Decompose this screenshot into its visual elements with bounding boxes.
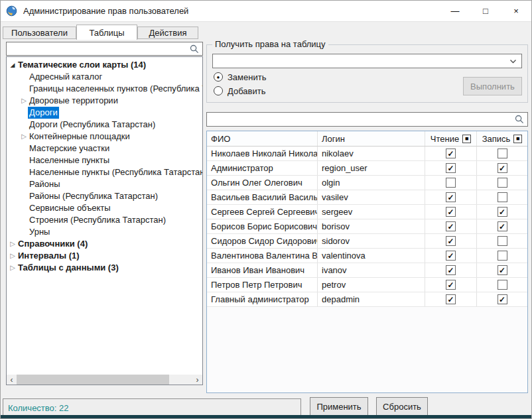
write-checkbox[interactable] — [498, 280, 507, 290]
tree-item[interactable]: ▷Интервалы (1) — [7, 250, 202, 262]
read-checkbox[interactable] — [446, 178, 456, 188]
select-all-read-checkbox[interactable]: ■ — [462, 135, 471, 143]
minimize-button[interactable]: — — [440, 1, 470, 21]
radio-add-label: Добавить — [228, 86, 265, 96]
column-header-write[interactable]: Запись■ — [477, 131, 527, 146]
table-row[interactable]: Администраторregion_user✓✓ — [207, 161, 527, 176]
tree-item[interactable]: Урны — [7, 226, 202, 238]
table-row[interactable]: Васильев Василий Васильевиvasilev✓ — [207, 190, 527, 205]
scroll-left-icon[interactable]: ‹ — [7, 375, 17, 385]
login-cell: nikolaev — [318, 147, 425, 160]
tree-item[interactable]: Дороги (Республика Татарстан) — [7, 119, 202, 131]
radio-replace-circle[interactable]: ● — [214, 72, 223, 82]
write-checkbox[interactable] — [498, 149, 507, 158]
tree-item-label: Дороги — [28, 107, 59, 119]
read-checkbox[interactable]: ✓ — [446, 192, 456, 202]
reset-button[interactable]: Сбросить — [376, 397, 428, 416]
column-header-fio[interactable]: ФИО — [207, 131, 318, 146]
write-checkbox[interactable] — [498, 178, 507, 188]
tree-item[interactable]: Строения (Республика Татарстан) — [7, 214, 202, 226]
users-search-input[interactable] — [207, 113, 515, 126]
fio-cell: Иванов Иван Иванович — [207, 263, 318, 277]
read-checkbox[interactable]: ✓ — [446, 236, 456, 246]
tree-horizontal-scrollbar[interactable]: ‹ › — [7, 375, 202, 385]
tree-item-label: Адресный каталог — [28, 71, 103, 83]
table-row[interactable]: Ольгин Олег Олеговичolgin — [207, 176, 527, 190]
table-row[interactable]: Петров Петр Петровичpetrov✓ — [207, 278, 527, 292]
tree-item[interactable]: Сервисные объекты — [7, 202, 202, 214]
tab-users[interactable]: Пользователи — [3, 27, 76, 39]
write-checkbox[interactable] — [498, 251, 507, 261]
read-checkbox[interactable]: ✓ — [446, 221, 456, 231]
tree-item-label: Интервалы (1) — [17, 250, 81, 262]
write-checkbox[interactable]: ✓ — [498, 163, 507, 173]
tree-item[interactable]: ▷Справочники (4) — [7, 238, 202, 250]
read-checkbox[interactable]: ✓ — [446, 149, 456, 158]
count-label: Количество: 22 — [8, 403, 69, 413]
tree-item[interactable]: ▷Дворовые территории — [7, 95, 202, 107]
expander-collapsed-icon[interactable]: ▷ — [20, 131, 28, 143]
tree-item[interactable]: Районы (Республика Татарстан) — [7, 190, 202, 202]
table-row[interactable]: Николаев Николай Николаееnikolaev✓ — [207, 147, 527, 161]
tree-item[interactable]: Адресный каталог — [7, 71, 202, 83]
read-checkbox[interactable]: ✓ — [446, 294, 456, 304]
scroll-right-icon[interactable]: › — [192, 375, 202, 385]
tree-item-label: Таблицы с данными (3) — [17, 262, 120, 274]
write-checkbox[interactable]: ✓ — [498, 294, 507, 304]
fio-cell: Сергеев Сергей Сергеевич — [207, 205, 318, 219]
tab-tables[interactable]: Таблицы — [76, 25, 137, 40]
column-header-login[interactable]: Логин — [318, 131, 425, 146]
radio-add-circle[interactable] — [214, 86, 223, 95]
get-rights-groupbox: Получить права на таблицу ● Заменить Доб… — [206, 44, 528, 103]
expander-collapsed-icon[interactable]: ▷ — [20, 95, 28, 107]
tree-item-label: Дворовые территории — [28, 95, 119, 107]
chevron-down-icon[interactable] — [509, 59, 517, 64]
tree-item[interactable]: Мастерские участки — [7, 143, 202, 154]
write-checkbox[interactable]: ✓ — [498, 265, 507, 275]
read-checkbox[interactable]: ✓ — [446, 163, 456, 173]
read-checkbox[interactable]: ✓ — [446, 265, 456, 275]
login-cell: ivanov — [318, 263, 425, 277]
read-checkbox[interactable]: ✓ — [446, 207, 456, 217]
login-cell: borisov — [318, 219, 425, 233]
apply-button[interactable]: Применить — [310, 397, 368, 416]
write-checkbox[interactable] — [498, 236, 507, 246]
table-row[interactable]: Валентинова Валентина Валеvalentinova✓ — [207, 249, 527, 263]
expander-collapsed-icon[interactable]: ▷ — [9, 262, 17, 274]
tree-item[interactable]: ▷Таблицы с данными (3) — [7, 262, 202, 274]
expander-collapsed-icon[interactable]: ▷ — [9, 238, 17, 250]
radio-replace[interactable]: ● Заменить — [214, 72, 266, 82]
tree-item[interactable]: Населенные пункты — [7, 154, 202, 166]
radio-add[interactable]: Добавить — [214, 86, 265, 96]
table-row[interactable]: Борисов Борис Борисовичborisov✓✓ — [207, 219, 527, 234]
select-all-write-checkbox[interactable]: ■ — [513, 135, 522, 143]
tree-search-input[interactable] — [7, 42, 190, 55]
read-checkbox[interactable]: ✓ — [446, 251, 456, 261]
expander-collapsed-icon[interactable]: ▷ — [9, 250, 17, 262]
tree-item[interactable]: ▷Контейнерные площадки — [7, 131, 202, 143]
tree-item[interactable]: Населенные пункты (Республика Татарстан) — [7, 166, 202, 178]
users-rights-table: ФИО Логин Чтение■ Запись■ Николаев Никол… — [206, 131, 528, 393]
table-row[interactable]: Иванов Иван Ивановичivanov✓✓ — [207, 263, 527, 278]
scrollbar-thumb[interactable] — [17, 375, 169, 385]
tree-item-selected[interactable]: Дороги — [7, 107, 202, 119]
tree-item[interactable]: Районы — [7, 178, 202, 190]
close-button[interactable]: × — [501, 1, 531, 21]
table-combobox[interactable] — [212, 54, 522, 68]
write-checkbox[interactable]: ✓ — [498, 207, 507, 217]
tree-item[interactable]: Границы населенных пунктов (Республика Т… — [7, 83, 202, 95]
table-row[interactable]: Главный администраторdepadmin✓✓ — [207, 292, 527, 307]
read-checkbox[interactable]: ✓ — [446, 280, 456, 290]
expander-expanded-icon[interactable]: ◢ — [9, 59, 17, 71]
write-checkbox[interactable] — [498, 192, 507, 202]
column-header-read[interactable]: Чтение■ — [425, 131, 477, 146]
write-checkbox[interactable]: ✓ — [498, 221, 507, 231]
maximize-button[interactable]: □ — [470, 1, 501, 21]
table-row[interactable]: Сидоров Сидор Сидоровичsidorov✓ — [207, 234, 527, 249]
tree-item[interactable]: ◢Тематические слои карты (14) — [7, 59, 202, 71]
table-row[interactable]: Сергеев Сергей Сергеевичsergeev✓✓ — [207, 205, 527, 219]
login-cell: region_user — [318, 161, 425, 175]
tab-actions[interactable]: Действия — [137, 27, 198, 39]
execute-button[interactable]: Выполнить — [463, 77, 522, 95]
tree-item-label: Населенные пункты (Республика Татарстан) — [28, 166, 203, 178]
